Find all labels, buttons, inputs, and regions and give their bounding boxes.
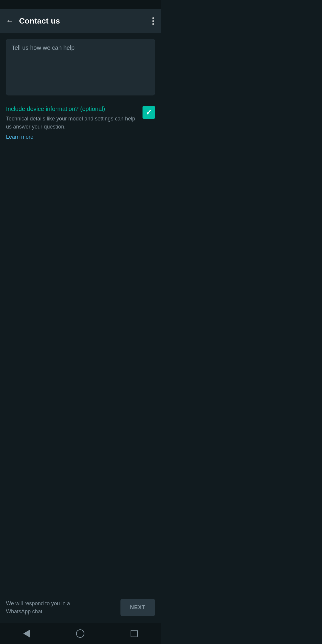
status-bar (0, 0, 161, 9)
more-options-icon[interactable] (151, 16, 155, 26)
learn-more-link[interactable]: Learn more (6, 134, 33, 140)
device-info-title: Include device information? (optional) (6, 106, 138, 112)
checkmark-icon: ✓ (145, 109, 152, 116)
device-info-checkbox[interactable]: ✓ (143, 106, 155, 119)
device-info-description: Technical details like your model and se… (6, 115, 138, 131)
app-bar: ← Contact us (0, 9, 161, 33)
help-textarea[interactable] (6, 39, 155, 95)
back-icon[interactable]: ← (6, 16, 14, 26)
device-info-text: Include device information? (optional) T… (6, 106, 138, 140)
device-info-section: Include device information? (optional) T… (6, 106, 155, 140)
main-content: Include device information? (optional) T… (0, 33, 161, 146)
page-title: Contact us (19, 16, 60, 26)
